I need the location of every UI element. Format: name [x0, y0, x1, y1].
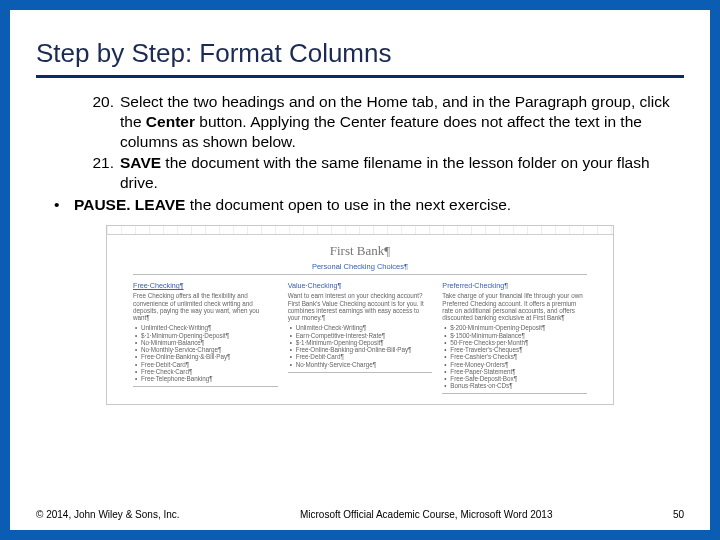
col-item: Earn·Competitive·Interest·Rate¶: [288, 332, 433, 339]
ruler: [107, 226, 613, 235]
col-item: No·Minimum·Balance¶: [133, 339, 278, 346]
column: Preferred·Checking¶ Take charge of your …: [442, 281, 587, 396]
col-item: Free·Debit·Card¶: [133, 361, 278, 368]
footer-course: Microsoft Official Academic Course, Micr…: [180, 509, 673, 520]
slide: Step by Step: Format Columns 20. Select …: [10, 10, 710, 530]
footer-page-number: 50: [673, 509, 684, 520]
step-item: 20. Select the two headings and on the H…: [82, 92, 684, 151]
col-item: $·200·Minimum·Opening·Deposit¶: [442, 324, 587, 331]
columns: Free·Checking¶ Free Checking offers all …: [133, 281, 587, 396]
step-number: 21.: [82, 153, 114, 173]
col-item: Unlimited·Check·Writing¶: [133, 324, 278, 331]
col-item: 50·Free·Checks·per·Month¶: [442, 339, 587, 346]
col-item: Free·Safe·Deposit·Box¶: [442, 375, 587, 382]
col-heading: Preferred·Checking¶: [442, 281, 587, 290]
col-item: Free·Debit·Card¶: [288, 353, 433, 360]
column: Value·Checking¶ Want to earn interest on…: [288, 281, 433, 396]
col-item: Free·Online·Banking·and·Online·Bill·Pay¶: [288, 346, 433, 353]
col-item: $·1·Minimum·Opening·Deposit¶: [133, 332, 278, 339]
col-item: Free·Telephone·Banking¶: [133, 375, 278, 382]
slide-title: Step by Step: Format Columns: [36, 38, 684, 78]
bullet-item: PAUSE. LEAVE the document open to use in…: [54, 195, 684, 215]
col-para: Free Checking offers all the flexibility…: [133, 292, 278, 321]
col-item: Free·Traveler's·Cheques¶: [442, 346, 587, 353]
step-list: 20. Select the two headings and on the H…: [36, 92, 684, 193]
col-rule: [442, 393, 587, 394]
col-item: Bonus·Rates·on·CDs¶: [442, 382, 587, 389]
column: Free·Checking¶ Free Checking offers all …: [133, 281, 278, 396]
bullet-list: PAUSE. LEAVE the document open to use in…: [36, 195, 684, 215]
footer-copyright: © 2014, John Wiley & Sons, Inc.: [36, 509, 180, 520]
col-item: Free·Check·Card¶: [133, 368, 278, 375]
col-item: $·1·Minimum·Opening·Deposit¶: [288, 339, 433, 346]
footer: © 2014, John Wiley & Sons, Inc. Microsof…: [36, 509, 684, 520]
step-item: 21. SAVE the document with the same file…: [82, 153, 684, 193]
col-heading: Value·Checking¶: [288, 281, 433, 290]
col-item: Free·Money·Orders¶: [442, 361, 587, 368]
col-item: $·1500·Minimum·Balance¶: [442, 332, 587, 339]
col-para: Take charge of your financial life throu…: [442, 292, 587, 321]
doc-subtitle: Personal Checking Choices¶: [133, 262, 587, 276]
col-item: Unlimited·Check·Writing¶: [288, 324, 433, 331]
document-body: First Bank¶ Personal Checking Choices¶ F…: [107, 235, 613, 404]
step-text: SAVE the document with the same filename…: [120, 154, 650, 191]
col-item: Free·Online·Banking·&·Bill·Pay¶: [133, 353, 278, 360]
col-para: Want to earn interest on your checking a…: [288, 292, 433, 321]
col-item: Free·Paper·Statement¶: [442, 368, 587, 375]
col-heading: Free·Checking¶: [133, 281, 278, 290]
col-item: Free·Cashier's·Checks¶: [442, 353, 587, 360]
col-item: No·Monthly·Service·Charge¶: [288, 361, 433, 368]
col-rule: [133, 386, 278, 387]
step-text: Select the two headings and on the Home …: [120, 93, 670, 150]
step-number: 20.: [82, 92, 114, 112]
doc-title: First Bank¶: [133, 243, 587, 260]
col-rule: [288, 372, 433, 373]
slide-content: 20. Select the two headings and on the H…: [36, 92, 684, 405]
col-item: No·Monthly·Service·Charge¶: [133, 346, 278, 353]
word-screenshot: First Bank¶ Personal Checking Choices¶ F…: [106, 225, 614, 405]
